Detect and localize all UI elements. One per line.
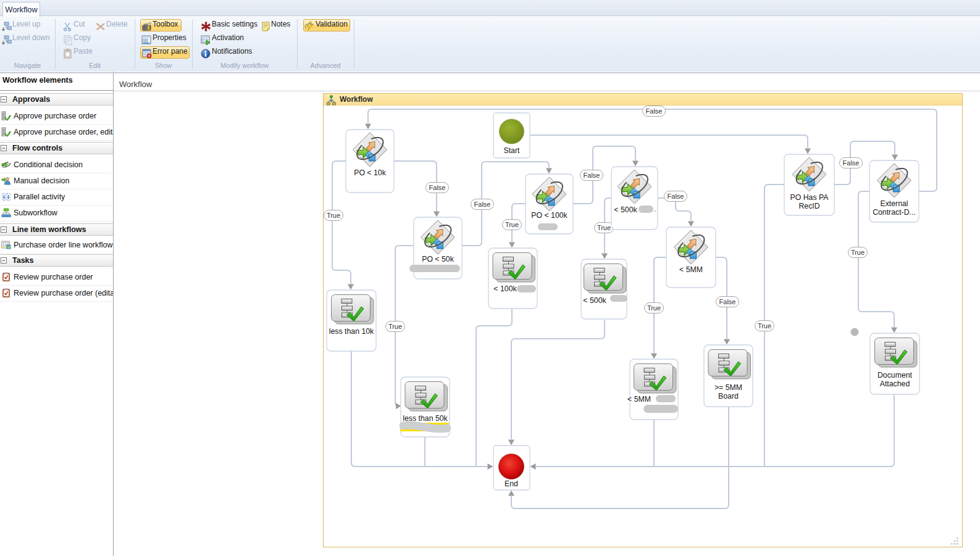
svg-text:PO < 10k: PO < 10k bbox=[354, 168, 386, 177]
svg-text:True: True bbox=[327, 212, 340, 219]
svg-text:False: False bbox=[584, 172, 600, 179]
svg-text:True: True bbox=[647, 304, 661, 312]
svg-text:less than 10k: less than 10k bbox=[329, 327, 374, 336]
svg-text:PO Has PA: PO Has PA bbox=[790, 193, 829, 202]
svg-text:Document: Document bbox=[877, 371, 913, 380]
svg-text:True: True bbox=[388, 323, 402, 330]
svg-text:True: True bbox=[597, 224, 611, 231]
svg-text:False: False bbox=[668, 193, 684, 200]
svg-text:End: End bbox=[505, 479, 518, 488]
svg-text:PO < 50k: PO < 50k bbox=[422, 255, 454, 263]
svg-text:< 5MM: < 5MM bbox=[627, 395, 651, 404]
svg-text:PO < 100k: PO < 100k bbox=[531, 211, 567, 220]
svg-text:False: False bbox=[429, 184, 446, 191]
svg-text:False: False bbox=[719, 298, 736, 305]
svg-text:False: False bbox=[843, 159, 860, 167]
svg-text:False: False bbox=[474, 201, 491, 208]
svg-text:True: True bbox=[758, 322, 771, 330]
svg-text:Board: Board bbox=[718, 392, 739, 400]
svg-text:< 500k: < 500k bbox=[614, 205, 637, 214]
svg-text:True: True bbox=[505, 221, 519, 228]
svg-text:< 5MM: < 5MM bbox=[679, 265, 703, 274]
svg-text:RecID: RecID bbox=[798, 202, 819, 210]
svg-text:Attached: Attached bbox=[880, 380, 910, 388]
svg-text:False: False bbox=[646, 107, 663, 115]
svg-text:External: External bbox=[880, 199, 908, 208]
svg-text:>= 5MM: >= 5MM bbox=[714, 383, 742, 392]
svg-text:Start: Start bbox=[504, 146, 521, 155]
svg-text:< 100k: < 100k bbox=[493, 284, 517, 293]
svg-text:Contract-D...: Contract-D... bbox=[873, 208, 916, 217]
svg-text:True: True bbox=[851, 249, 865, 256]
svg-text:< 500k: < 500k bbox=[583, 296, 606, 305]
